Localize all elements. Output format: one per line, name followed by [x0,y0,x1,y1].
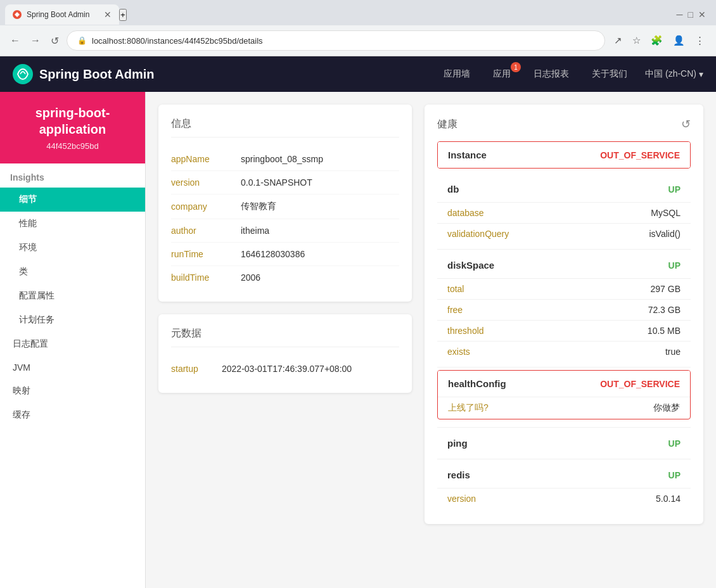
info-value-company: 传智教育 [241,201,276,212]
health-ping-name: ping [447,438,468,449]
chevron-down-icon: ▾ [699,69,703,79]
forward-button[interactable]: → [28,32,43,49]
metadata-card-title: 元数据 [171,327,399,347]
nav-link-rizhibaobiao[interactable]: 日志报表 [528,66,574,82]
address-bar: ← → ↺ 🔒 localhost:8080/instances/44f452b… [0,25,716,56]
extension-button[interactable]: 🧩 [647,31,667,50]
app-id: 44f452bc95bd [13,141,132,151]
info-value-runtime: 1646128030386 [241,249,305,259]
health-db-detail-database: database MySQL [437,202,691,223]
metadata-key-startup: startup [171,364,222,374]
health-db-key-database: database [447,208,484,218]
info-key-author: author [171,226,241,236]
health-diskspace-header: diskSpace UP [437,252,691,278]
app-name: spring-boot-application [13,105,132,137]
app: Spring Boot Admin 应用墙 应用 1 日志报表 关于我们 中国 … [0,56,716,588]
health-card: 健康 ↺ Instance OUT_OF_SERVICE db [425,105,703,524]
main: spring-boot-application 44f452bc95bd Ins… [0,92,716,588]
close-tab-button[interactable]: ✕ [104,10,112,20]
right-panel: 健康 ↺ Instance OUT_OF_SERVICE db [425,105,703,576]
health-disk-free: free 72.3 GB [437,299,691,320]
maximize-icon[interactable]: □ [688,10,693,20]
sidebar-item-cache[interactable]: 缓存 [0,403,145,427]
info-row-company: company 传智教育 [171,195,399,219]
tab-title: Spring Boot Admin [27,10,99,19]
sidebar-item-detail[interactable]: 细节 [0,188,145,212]
health-ping-status: UP [668,438,681,449]
health-header: 健康 ↺ [437,117,691,131]
insights-label: Insights [0,163,145,188]
browser-tab-active[interactable]: Spring Boot Admin ✕ [5,4,119,25]
nav-link-yingyong[interactable]: 应用 1 [488,66,516,82]
new-tab-button[interactable]: + [119,9,127,21]
health-redis-name: redis [447,470,470,480]
info-row-version: version 0.0.1-SNAPSHOT [171,171,399,195]
metadata-value-startup: 2022-03-01T17:46:39.077+08:00 [222,364,352,374]
health-config-header: healthConfig OUT_OF_SERVICE [438,371,690,397]
health-db-detail-vq: validationQuery isValid() [437,223,691,244]
minimize-icon[interactable]: ─ [677,10,683,20]
nav-link-yingyongqiang[interactable]: 应用墙 [438,66,475,82]
info-value-version: 0.0.1-SNAPSHOT [241,177,312,188]
nav-links: 应用墙 应用 1 日志报表 关于我们 中国 (zh-CN) ▾ [438,66,703,82]
tab-favicon [13,10,22,19]
health-disk-total: total 297 GB [437,278,691,299]
address-text: localhost:8080/instances/44f452bc95bd/de… [92,36,263,46]
top-nav: Spring Boot Admin 应用墙 应用 1 日志报表 关于我们 中国 … [0,56,716,92]
info-row-appname: appName springboot_08_ssmp [171,148,399,171]
toolbar-icons: ↗ ☆ 🧩 👤 ⋮ [610,31,708,50]
health-ping-header: ping UP [437,430,691,456]
nav-badge: 1 [511,62,521,72]
health-disk-key-exists: exists [447,347,470,357]
health-instance-name: Instance [448,150,487,160]
profile-button[interactable]: 👤 [669,31,689,50]
sidebar-item-env[interactable]: 环境 [0,236,145,260]
metadata-card: 元数据 startup 2022-03-01T17:46:39.077+08:0… [158,314,412,393]
info-card-title: 信息 [171,117,399,137]
bookmark-button[interactable]: ☆ [629,31,644,50]
health-disk-key-threshold: threshold [447,326,484,336]
health-disk-val-total: 297 GB [651,284,681,294]
health-history-button[interactable]: ↺ [681,117,691,131]
info-table: appName springboot_08_ssmp version 0.0.1… [171,148,399,289]
health-redis-header: redis UP [437,462,691,488]
health-config-name: healthConfig [448,378,506,389]
health-config-val: 你做梦 [653,402,680,414]
nav-link-guanyuwomen[interactable]: 关于我们 [587,66,632,82]
health-disk-key-free: free [447,305,463,315]
health-db-val-database: MySQL [651,208,681,218]
health-instance-section: Instance OUT_OF_SERVICE [437,141,691,169]
health-redis-val-version: 5.0.14 [656,494,681,504]
health-diskspace-status: UP [668,260,681,271]
health-db-val-vq: isValid() [649,229,681,239]
sidebar-item-class[interactable]: 类 [0,260,145,284]
close-icon[interactable]: ✕ [698,10,706,20]
health-redis-status: UP [668,470,681,480]
sidebar-item-logconfig[interactable]: 日志配置 [0,332,145,356]
refresh-button[interactable]: ↺ [48,32,61,49]
sidebar-item-mapping[interactable]: 映射 [0,379,145,403]
health-disk-val-exists: true [665,347,681,357]
address-input[interactable]: 🔒 localhost:8080/instances/44f452bc95bd/… [67,30,605,51]
health-diskspace-name: diskSpace [447,260,494,271]
health-db-header: db UP [437,176,691,202]
info-row-author: author itheima [171,219,399,243]
menu-button[interactable]: ⋮ [691,31,708,50]
logo-text: Spring Boot Admin [39,67,154,82]
health-redis-detail-version: version 5.0.14 [437,488,691,509]
sidebar-item-jvm[interactable]: JVM [0,356,145,379]
health-instance-status: OUT_OF_SERVICE [600,150,680,160]
share-button[interactable]: ↗ [610,31,626,50]
health-db-section: db UP database MySQL validationQuery isV… [437,176,691,244]
sidebar-item-config[interactable]: 配置属性 [0,284,145,308]
sidebar-item-performance[interactable]: 性能 [0,212,145,236]
health-db-key-vq: validationQuery [447,229,509,239]
health-disk-exists: exists true [437,341,691,362]
app-header: spring-boot-application 44f452bc95bd [0,92,145,163]
browser-tabs: Spring Boot Admin ✕ + ─ □ ✕ [0,0,716,25]
sidebar-item-scheduled[interactable]: 计划任务 [0,308,145,332]
info-row-buildtime: buildTime 2006 [171,266,399,289]
back-button[interactable]: ← [8,32,23,49]
lock-icon: 🔒 [77,36,87,45]
lang-selector[interactable]: 中国 (zh-CN) ▾ [645,68,703,80]
